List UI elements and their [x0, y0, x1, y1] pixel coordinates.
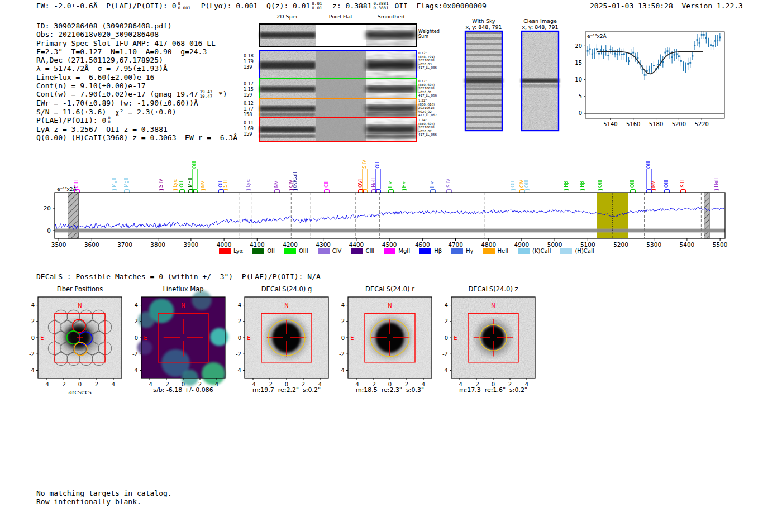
sky-stripe	[465, 32, 503, 34]
stacked-value: 00	[108, 116, 111, 124]
spec2d-right-label: (848, 791)	[418, 55, 443, 59]
spec2d-left-label: 158	[244, 112, 257, 118]
stack-bottom: 0.01	[312, 6, 322, 11]
spec2d-dark-band	[260, 32, 316, 39]
spec2d-right-label: Weighted	[418, 29, 443, 34]
info-line-pre: Cont(w) = 7.90(±0.02)e-17 (gmag 19.47	[36, 90, 198, 98]
legend-item: CIII	[351, 248, 374, 254]
elixer-report-page: EW: -2.0±-0.6Å P(LAE)/P(OII): 000.001 P(…	[0, 0, 782, 532]
east-label: E	[350, 335, 354, 341]
data-point	[626, 56, 627, 58]
data-point	[699, 42, 700, 44]
data-point	[664, 52, 666, 54]
info-line: P(LAE)/P(OII): 000	[36, 116, 237, 125]
spec2d-right-label: (850, 616)	[418, 103, 443, 107]
plot-frame	[585, 32, 724, 118]
stacked-value: 0.38810.3881	[374, 2, 389, 10]
spec2d-right-label: 417_LL_066	[418, 94, 443, 98]
spec2d-right-label: 20210618	[418, 106, 443, 110]
spec2d-right-label: 417_LL_067	[418, 113, 443, 117]
line-label-SiIV: SiIV	[360, 135, 368, 169]
data-point	[653, 65, 655, 66]
y-tick-label: 20	[44, 205, 51, 212]
lineflux-blob	[137, 340, 152, 354]
spec2d-dark-band	[260, 126, 316, 132]
x-tick-label: 4200	[283, 241, 298, 248]
spec2d-dark-band	[260, 106, 316, 112]
spec2d-right-label: (850, 607)	[418, 122, 443, 126]
x-tick-label: -4	[44, 381, 49, 387]
cutout-caption-1: s/b: -6.18 +/- 0.086	[127, 386, 239, 394]
info-line: RA,Dec (271.501129,67.178925)	[36, 56, 237, 64]
data-point	[623, 53, 625, 55]
north-label: N	[491, 303, 495, 309]
cutout-svg-0: -4-4-2-2002244arcsecsNE	[21, 284, 139, 395]
y-tick-label: -4	[132, 367, 138, 373]
x-tick-label: 5300	[646, 241, 661, 248]
sky-stripe	[465, 88, 503, 90]
line-label-text: OII	[375, 162, 380, 169]
x-tick-label: 5220	[694, 121, 708, 127]
data-point	[642, 69, 643, 70]
data-point	[717, 40, 718, 41]
spec2d-right-label: 20210618	[418, 87, 443, 90]
spec2d-left-labels: 0.181.79139	[244, 54, 257, 70]
x-tick-label: 4500	[382, 241, 397, 248]
report-version: Version 1.22.3	[681, 2, 743, 10]
decals-match-line: DECaLS : Possible Matches = 0 (within +/…	[36, 272, 321, 281]
x-tick-label: 5400	[680, 241, 695, 248]
sky-stripe	[465, 99, 503, 101]
spec2d-row	[259, 78, 417, 100]
y-tick-label: 0	[31, 335, 35, 341]
legend-swatch	[560, 248, 572, 254]
data-point	[714, 40, 716, 42]
spec2d-left-label: 1.69	[244, 126, 257, 132]
info-line: Cont(n) = 9.10(±0.00)e-17	[36, 82, 237, 90]
sky-stripe	[465, 121, 503, 123]
cutout-svg-4: -4-4-2-2002244NE	[435, 284, 552, 395]
x-tick-label: 4900	[514, 241, 530, 248]
data-point	[598, 53, 600, 55]
line-label-OIII: OIII	[190, 135, 198, 169]
x-tick-label: 5500	[713, 241, 728, 248]
data-point	[710, 44, 712, 46]
spec2d-left-label: 0.18	[244, 54, 257, 59]
y-tick-label: 5	[579, 93, 582, 99]
legend-swatch	[318, 248, 330, 254]
data-point	[651, 67, 652, 69]
data-point	[687, 63, 689, 65]
header-summary: EW: -2.0±-0.6Å P(LAE)/P(OII): 000.001 P(…	[36, 2, 487, 11]
spec2d-right-label: (850, 607)	[418, 83, 443, 87]
data-point	[694, 45, 696, 46]
x-tick-label: 2	[95, 381, 98, 387]
legend-item: CIV	[318, 248, 342, 254]
line-label-OII: OII	[374, 135, 382, 169]
info-line: ID: 3090286408 (3090286408.pdf)	[36, 22, 237, 30]
sky-object-band	[465, 79, 503, 83]
legend-swatch	[384, 248, 395, 254]
east-label: E	[144, 335, 147, 341]
y-tick-label: -2	[132, 351, 138, 357]
spec2d-left-label: 0.11	[244, 121, 257, 126]
x-tick-label: 5100	[580, 241, 595, 248]
stacked-value: 19.4719.47	[200, 90, 213, 98]
data-point	[719, 36, 721, 38]
stack-bottom: 0.3881	[374, 6, 389, 11]
y-tick-label: 0	[445, 335, 448, 341]
legend-label: OIII	[299, 248, 308, 254]
pixel-flat-image	[316, 25, 366, 46]
info-line: LineFlux = -6.60(±2.00)e-16	[36, 73, 237, 82]
x-tick-label: 4700	[448, 241, 463, 248]
data-point	[610, 49, 612, 50]
data-point	[697, 39, 698, 41]
y-tick-label: 0	[238, 335, 241, 341]
info-line-post: *)	[214, 90, 227, 98]
y-tick-label: -2	[29, 351, 35, 357]
spec2d-right-label: v020_02	[418, 130, 443, 133]
data-point	[667, 50, 669, 52]
x-tick-label: 5000	[547, 241, 562, 248]
y-tick-label: 2	[445, 318, 448, 324]
spec2d-row	[259, 98, 417, 119]
line-label-text: SiIV	[361, 160, 367, 169]
legend-item: Hβ	[419, 248, 442, 254]
